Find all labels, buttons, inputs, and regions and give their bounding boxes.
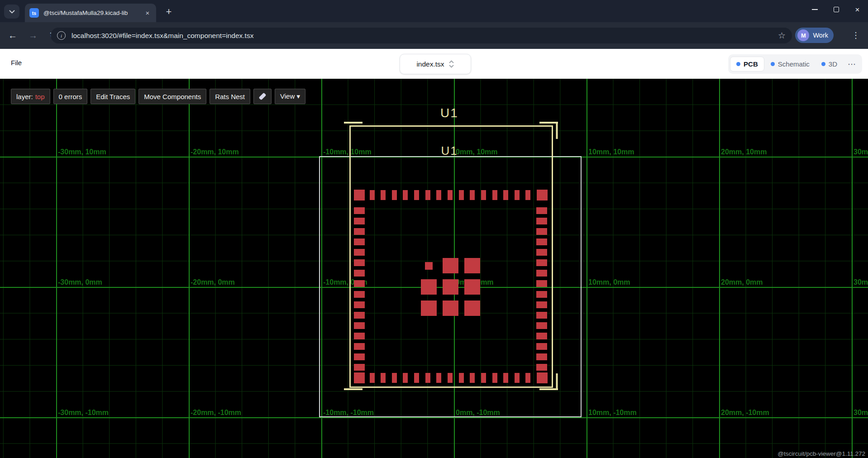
pcb-pad[interactable] (464, 301, 480, 316)
pcb-pad[interactable] (354, 249, 365, 256)
pcb-pad[interactable] (421, 301, 437, 316)
pcb-pad[interactable] (536, 333, 547, 339)
pcb-canvas[interactable]: -30mm, 10mm-20mm, 10mm-10mm, 10mm0mm, 10… (0, 79, 868, 458)
move-components-button[interactable]: Move Components (138, 89, 206, 104)
browser-tab[interactable]: ts @tsci/MustafaMulla29.kicad-lib × (25, 4, 156, 22)
pcb-pad[interactable] (481, 373, 486, 383)
pcb-pad[interactable] (536, 218, 547, 224)
tab-pcb[interactable]: PCB (730, 57, 764, 72)
tab-close-icon[interactable]: × (143, 9, 152, 17)
pcb-pad[interactable] (515, 373, 520, 383)
pcb-pad[interactable] (414, 373, 419, 383)
pcb-pad[interactable] (503, 373, 508, 383)
pcb-pad[interactable] (392, 190, 397, 200)
edit-traces-button[interactable]: Edit Traces (91, 89, 135, 104)
pcb-pad[interactable] (403, 190, 408, 200)
pcb-pad[interactable] (354, 190, 365, 200)
pcb-pad[interactable] (536, 353, 547, 360)
window-restore-button[interactable] (825, 0, 847, 19)
pcb-pad[interactable] (425, 373, 430, 383)
pcb-pad[interactable] (481, 190, 486, 200)
pcb-pad[interactable] (536, 291, 547, 298)
pcb-pad[interactable] (492, 373, 497, 383)
pcb-pad[interactable] (448, 190, 453, 200)
pcb-pad[interactable] (536, 364, 547, 371)
back-button[interactable]: ← (5, 29, 20, 43)
pcb-pad[interactable] (536, 259, 547, 266)
browser-menu-icon[interactable]: ⋮ (850, 28, 862, 43)
pcb-pad[interactable] (443, 258, 458, 273)
pcb-pad[interactable] (436, 373, 441, 383)
pcb-pad[interactable] (470, 190, 475, 200)
pcb-pad[interactable] (381, 190, 386, 200)
pcb-pad[interactable] (354, 333, 365, 339)
pcb-pad[interactable] (354, 218, 365, 224)
pcb-pad[interactable] (354, 259, 365, 266)
pcb-pad[interactable] (464, 279, 480, 295)
pcb-pad[interactable] (536, 249, 547, 256)
pcb-pad[interactable] (436, 190, 441, 200)
pcb-pad[interactable] (392, 373, 397, 383)
pcb-pad[interactable] (354, 291, 365, 298)
new-tab-button[interactable]: + (162, 5, 176, 19)
pcb-pad[interactable] (421, 279, 437, 295)
pcb-pad[interactable] (503, 190, 508, 200)
pcb-pad[interactable] (536, 322, 547, 329)
pcb-pad[interactable] (536, 343, 547, 350)
pcb-pad[interactable] (425, 262, 433, 270)
pcb-pad[interactable] (459, 373, 464, 383)
pcb-pad[interactable] (515, 190, 520, 200)
rats-nest-button[interactable]: Rats Nest (210, 89, 250, 104)
pcb-pad[interactable] (464, 258, 480, 273)
pcb-pad[interactable] (537, 190, 548, 200)
pcb-pad[interactable] (370, 190, 375, 200)
pcb-pad[interactable] (354, 228, 365, 235)
pcb-pad[interactable] (354, 353, 365, 360)
file-selector[interactable]: index.tsx (400, 54, 471, 74)
pcb-pad[interactable] (354, 372, 365, 383)
pcb-pad[interactable] (470, 373, 475, 383)
pcb-pad[interactable] (354, 270, 365, 277)
pcb-pad[interactable] (443, 301, 458, 316)
pcb-pad[interactable] (536, 301, 547, 308)
window-minimize-button[interactable] (804, 0, 825, 19)
site-info-icon[interactable]: i (57, 31, 66, 40)
pcb-pad[interactable] (448, 373, 453, 383)
menu-file[interactable]: File (11, 59, 22, 67)
forward-button[interactable]: → (26, 29, 40, 43)
view-dropdown-button[interactable]: View ▾ (275, 89, 305, 104)
url-bar[interactable]: i localhost:3020/#file=index.tsx&main_co… (51, 28, 792, 43)
pcb-pad[interactable] (536, 312, 547, 319)
pcb-pad[interactable] (536, 228, 547, 235)
pcb-pad[interactable] (354, 301, 365, 308)
pcb-pad[interactable] (414, 190, 419, 200)
tab-search-button[interactable] (4, 5, 19, 19)
edit-pencil-button[interactable] (253, 89, 272, 104)
pcb-pad[interactable] (381, 373, 386, 383)
pcb-pad[interactable] (536, 280, 547, 287)
pcb-pad[interactable] (536, 239, 547, 245)
bookmark-star-icon[interactable]: ☆ (778, 30, 786, 41)
pcb-pad[interactable] (459, 190, 464, 200)
pcb-pad[interactable] (425, 190, 430, 200)
pcb-pad[interactable] (525, 373, 530, 383)
pcb-pad[interactable] (354, 343, 365, 350)
profile-chip[interactable]: M Work (795, 28, 834, 43)
url-text[interactable]: localhost:3020/#file=index.tsx&main_comp… (72, 32, 774, 40)
pcb-pad[interactable] (354, 322, 365, 329)
pcb-pad[interactable] (354, 364, 365, 371)
pcb-pad[interactable] (354, 207, 365, 214)
pcb-pad[interactable] (536, 270, 547, 277)
window-close-button[interactable]: × (847, 0, 868, 19)
layer-button[interactable]: layer: top (11, 89, 50, 104)
pcb-pad[interactable] (370, 373, 375, 383)
pcb-pad[interactable] (403, 373, 408, 383)
pcb-pad[interactable] (492, 190, 497, 200)
pcb-pad[interactable] (536, 207, 547, 214)
pcb-pad[interactable] (525, 190, 530, 200)
pcb-pad[interactable] (443, 279, 458, 295)
pcb-pad[interactable] (354, 312, 365, 319)
errors-button[interactable]: 0 errors (53, 89, 88, 104)
pcb-pad[interactable] (354, 280, 365, 287)
tab-schematic[interactable]: Schematic (765, 57, 815, 72)
